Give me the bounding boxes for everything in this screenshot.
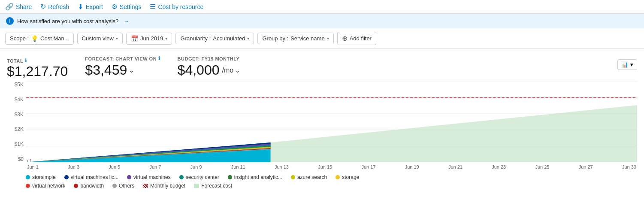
chart-type-button[interactable]: 📊 ▾ — [617, 59, 637, 70]
x-label-jun25: Jun 25 — [535, 164, 549, 170]
x-label-jun7: Jun 7 — [149, 164, 161, 170]
scope-icon: 💡 — [31, 35, 38, 42]
y-label-0: $0 — [7, 156, 24, 162]
vnet-label: virtual network — [32, 183, 65, 189]
legend-storsimple: storsimple — [26, 174, 56, 180]
security-dot — [179, 175, 184, 179]
refresh-button[interactable]: ↻ Refresh — [40, 3, 69, 11]
legend-azure-search: azure search — [291, 174, 327, 180]
cost-by-resource-button[interactable]: ☰ Cost by resource — [150, 3, 203, 11]
info-arrow[interactable]: → — [124, 18, 129, 24]
y-label-5k: $5K — [7, 82, 24, 88]
granularity-prefix: Granularity : — [180, 35, 211, 42]
add-filter-button[interactable]: ⊕ Add filter — [337, 32, 376, 45]
monthly-budget-label: Monthly budget — [150, 183, 185, 189]
legend-vm-lic: virtual machines lic... — [64, 174, 118, 180]
granularity-chevron-icon: ▾ — [247, 36, 249, 41]
forecast-info-icon[interactable]: ℹ — [158, 56, 160, 61]
chart-type-chevron: ▾ — [630, 61, 633, 68]
x-label-jun23: Jun 23 — [492, 164, 506, 170]
legend: storsimple virtual machines lic... virtu… — [0, 172, 644, 191]
insight-label: insight and analytic... — [234, 174, 282, 180]
legend-security: security center — [179, 174, 219, 180]
x-label-jun3: Jun 3 — [68, 164, 79, 170]
settings-button[interactable]: ⚙ Settings — [112, 3, 142, 11]
x-label-jun5: Jun 5 — [109, 164, 120, 170]
scope-value: Cost Man... — [40, 35, 69, 42]
budget-value: $4,000 — [178, 62, 220, 78]
scope-dropdown[interactable]: Scope : 💡 Cost Man... — [5, 33, 74, 45]
group-chevron-icon: ▾ — [327, 36, 329, 41]
azure-search-dot — [291, 175, 295, 179]
legend-bandwidth: bandwidth — [74, 183, 104, 189]
vnet-dot — [26, 184, 30, 188]
share-label: Share — [16, 3, 32, 10]
settings-label: Settings — [120, 3, 142, 10]
legend-row-1: storsimple virtual machines lic... virtu… — [26, 174, 637, 180]
calendar-icon: 📅 — [131, 35, 138, 42]
export-button[interactable]: ⬇ Export — [78, 3, 103, 11]
export-icon: ⬇ — [78, 3, 83, 11]
chart-svg: Jun 1 — [26, 82, 637, 162]
export-label: Export — [85, 3, 103, 10]
y-label-2k: $2K — [7, 126, 24, 132]
budget-metric: BUDGET: FY19 MONTHLY $4,000 /mo ⌄ — [178, 56, 241, 78]
total-info-icon[interactable]: ℹ — [25, 58, 27, 64]
total-label: TOTAL ℹ — [7, 58, 68, 64]
legend-forecast-cost: Forecast cost — [194, 183, 232, 189]
svg-text:Jun 1: Jun 1 — [26, 158, 32, 162]
view-dropdown[interactable]: Custom view ▾ — [77, 33, 123, 44]
add-filter-icon: ⊕ — [342, 34, 348, 42]
vm-lic-dot — [64, 175, 69, 179]
vm-lic-label: virtual machines lic... — [71, 174, 118, 180]
refresh-label: Refresh — [48, 3, 69, 10]
info-text: How satisfied are you with cost analysis… — [17, 18, 118, 24]
date-chevron-icon: ▾ — [165, 36, 167, 41]
legend-insight: insight and analytic... — [228, 174, 282, 180]
budget-suffix: /mo — [222, 67, 233, 74]
info-icon: i — [6, 17, 14, 25]
x-label-jun30: Jun 30 — [622, 164, 636, 170]
settings-icon: ⚙ — [112, 3, 118, 11]
legend-storage: storage — [336, 174, 359, 180]
others-dot — [112, 184, 117, 188]
insight-dot — [228, 175, 232, 179]
forecast-cost-label: Forecast cost — [201, 183, 232, 189]
forecast-metric: FORECAST: CHART VIEW ON ℹ $3,459 ⌄ — [85, 56, 160, 78]
granularity-dropdown[interactable]: Granularity : Accumulated ▾ — [175, 33, 254, 44]
y-axis: $5K $4K $3K $2K $1K $0 — [7, 82, 26, 172]
share-button[interactable]: 🔗 Share — [5, 3, 32, 11]
info-bar: i How satisfied are you with cost analys… — [0, 14, 644, 28]
group-by-dropdown[interactable]: Group by : Service name ▾ — [257, 33, 333, 44]
budget-label: BUDGET: FY19 MONTHLY — [178, 56, 241, 61]
legend-vnet: virtual network — [26, 183, 65, 189]
others-label: Others — [119, 183, 134, 189]
chart-plot-area: Jun 1 Jun 1 Jun 3 Jun 5 Jun 7 Jun 9 Jun … — [26, 82, 637, 172]
x-label-jun17: Jun 17 — [361, 164, 375, 170]
cost-by-resource-label: Cost by resource — [158, 3, 203, 10]
security-label: security center — [186, 174, 219, 180]
legend-vm: virtual machines — [127, 174, 171, 180]
add-filter-label: Add filter — [350, 35, 372, 42]
view-chevron-icon: ▾ — [116, 36, 118, 41]
storage-label: storage — [342, 174, 359, 180]
x-label-jun15: Jun 15 — [318, 164, 332, 170]
chart-container: $5K $4K $3K $2K $1K $0 — [0, 82, 644, 172]
legend-monthly-budget: Monthly budget — [143, 183, 185, 189]
forecast-value-block: $3,459 ⌄ — [85, 62, 160, 78]
budget-dropdown-icon[interactable]: ⌄ — [235, 67, 240, 74]
refresh-icon: ↻ — [40, 3, 46, 11]
x-label-jun13: Jun 13 — [275, 164, 289, 170]
y-label-4k: $4K — [7, 97, 24, 103]
storsimple-label: storsimple — [32, 174, 56, 180]
x-label-jun11: Jun 11 — [231, 164, 245, 170]
date-dropdown[interactable]: 📅 Jun 2019 ▾ — [126, 33, 172, 45]
x-axis: Jun 1 Jun 3 Jun 5 Jun 7 Jun 9 Jun 11 Jun… — [26, 164, 637, 170]
vm-label: virtual machines — [133, 174, 171, 180]
vm-dot — [127, 175, 131, 179]
storsimple-dot — [26, 175, 30, 179]
total-metric: TOTAL ℹ $1,217.70 — [7, 58, 68, 78]
x-label-jun27: Jun 27 — [579, 164, 593, 170]
legend-others: Others — [112, 183, 134, 189]
group-prefix: Group by : — [262, 35, 288, 42]
